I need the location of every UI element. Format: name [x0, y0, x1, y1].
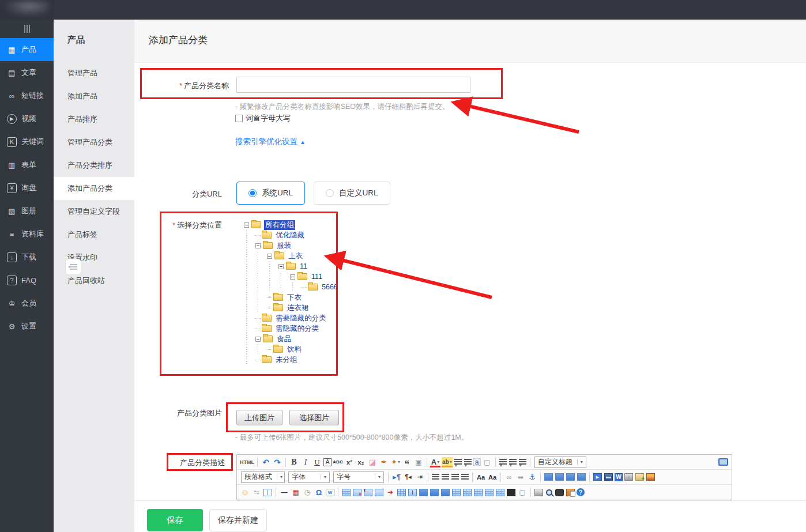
table-corner-icon[interactable] [441, 489, 450, 496]
text-direction-icon[interactable] [499, 459, 507, 465]
tree-collapse-icon[interactable] [290, 274, 295, 280]
tree-node-label[interactable]: 未分组 [274, 355, 299, 365]
table-style-brush-icon[interactable] [507, 489, 515, 496]
table-shift-icon[interactable] [430, 489, 439, 496]
sidebar-item-gallery[interactable]: ▧图册 [0, 199, 54, 222]
netdisk-upload-icon[interactable] [624, 473, 633, 481]
anchor-icon[interactable]: ⚓ [527, 472, 537, 482]
indent-ltr-icon[interactable]: ▸¶ [391, 472, 402, 482]
table-grid-icon[interactable] [474, 489, 483, 496]
tree-collapse-icon[interactable] [255, 243, 261, 248]
tree-node[interactable]: 需隐藏的分类 [244, 323, 339, 334]
insert-video-icon[interactable] [593, 473, 602, 481]
submenu-item[interactable]: 产品标签 [54, 223, 134, 246]
font-color-icon[interactable]: A [430, 457, 440, 467]
underline-icon[interactable]: U [312, 457, 322, 467]
tree-node[interactable]: 连衣裙 [244, 303, 339, 313]
strikethrough-icon[interactable]: ABC [333, 457, 343, 467]
insert-row-above-icon[interactable] [375, 489, 383, 496]
tree-node-label[interactable]: 5666 [321, 283, 339, 291]
font-box-icon[interactable]: A [323, 458, 332, 466]
sidebar-item-shortlink[interactable]: ∞短链接 [0, 84, 54, 107]
new-document-icon[interactable]: ▢ [482, 457, 492, 467]
save-button[interactable]: 保存 [147, 509, 203, 531]
redo-icon[interactable]: ↷ [272, 457, 283, 467]
sidebar-item-articles[interactable]: ▤文章 [0, 61, 54, 84]
tree-collapse-icon[interactable] [278, 264, 284, 269]
tree-collapse-icon[interactable] [244, 222, 249, 228]
align-justify-icon[interactable] [461, 474, 469, 480]
tree-node[interactable]: 食品 [244, 334, 339, 344]
anchor-name-icon[interactable]: a [473, 458, 481, 466]
tree-node-label[interactable]: 下衣 [286, 293, 303, 303]
save-and-new-button[interactable]: 保存并新建 [209, 509, 267, 531]
tree-node[interactable]: 饮料 [244, 344, 339, 354]
tree-node[interactable]: 优化隐藏 [244, 230, 339, 240]
tree-node[interactable]: 111 [244, 271, 339, 282]
insert-link-icon[interactable]: ∞ [504, 472, 514, 482]
table-rows-icon[interactable] [485, 489, 494, 496]
font-family-select[interactable]: 字体▾ [288, 471, 330, 483]
insert-table-icon[interactable] [342, 489, 351, 496]
submenu-item[interactable]: 管理产品分类 [54, 131, 134, 154]
tree-node-label[interactable]: 需要隐藏的分类 [274, 314, 327, 323]
seo-settings-link[interactable]: 搜索引擎优化设置▲ [235, 137, 306, 147]
tree-node-label[interactable]: 上衣 [287, 251, 304, 261]
remove-link-icon[interactable]: ∞ [515, 472, 526, 482]
first-line-indent-icon[interactable]: ⇥ [415, 472, 425, 482]
upload-image-button[interactable]: 上传图片 [236, 410, 283, 425]
table-header-icon[interactable] [364, 489, 372, 496]
highlight-color-icon[interactable]: ab [442, 457, 453, 467]
tree-node-label[interactable]: 连衣裙 [286, 303, 310, 313]
sidebar-item-video[interactable]: ▶视频 [0, 107, 54, 130]
clear-document-icon[interactable]: ▢ [517, 487, 528, 497]
tree-node-label[interactable]: 111 [310, 273, 323, 281]
format-brush-icon[interactable]: ✒ [379, 457, 389, 467]
submenu-item[interactable]: 产品排序 [54, 108, 134, 131]
fullscreen-icon[interactable] [718, 458, 728, 466]
word-paste-icon[interactable]: W [615, 473, 623, 481]
tree-node-label[interactable]: 服装 [276, 241, 292, 251]
table-down-icon[interactable] [463, 489, 472, 496]
image-align-right-icon[interactable] [555, 473, 564, 481]
columns-layout-icon[interactable] [263, 489, 272, 496]
tree-node[interactable]: 需要隐藏的分类 [244, 313, 339, 323]
html-source-icon[interactable]: HTML [240, 457, 254, 467]
merge-cells-icon[interactable] [419, 489, 428, 496]
italic-icon[interactable]: I [300, 457, 311, 467]
tree-collapse-icon[interactable] [267, 254, 272, 259]
submenu-item[interactable]: 添加产品分类 [54, 177, 134, 200]
special-char-icon[interactable]: Ω [314, 487, 324, 497]
eraser-icon[interactable]: ◪ [367, 457, 378, 467]
submenu-item[interactable]: 管理自定义字段 [54, 200, 134, 223]
sidebar-item-inquiry[interactable]: ¥询盘 [0, 176, 54, 199]
ordered-list-icon[interactable] [454, 459, 462, 465]
sidebar-item-keywords[interactable]: K关键词 [0, 130, 54, 153]
tree-node[interactable]: 5666 [244, 282, 339, 292]
submenu-item[interactable]: 产品分类排序 [54, 154, 134, 177]
page-break-icon[interactable]: ⇋ [251, 487, 262, 497]
custom-title-dropdown[interactable]: 自定义标题▾ [534, 456, 586, 468]
superscript-icon[interactable]: x² [344, 457, 355, 467]
sidebar-item-settings[interactable]: ⚙设置 [0, 315, 54, 338]
insert-media-icon[interactable] [604, 473, 613, 481]
table-right-icon[interactable] [452, 489, 461, 496]
tree-collapse-icon[interactable] [255, 337, 261, 342]
tree-node[interactable]: 所有分组 [244, 220, 339, 230]
preview-icon[interactable] [546, 489, 552, 496]
sidebar-item-download[interactable]: ↓下载 [0, 246, 54, 269]
sidebar-item-library[interactable]: ≡资料库 [0, 222, 54, 246]
paragraph-spacing-icon[interactable] [509, 459, 517, 465]
sidebar-item-members[interactable]: ♔会员 [0, 292, 54, 315]
help-icon[interactable]: ? [577, 488, 585, 496]
delete-table-icon[interactable] [353, 489, 361, 496]
font-size-select[interactable]: 字号▾ [333, 471, 384, 483]
paste-icon[interactable] [566, 489, 575, 496]
subscript-icon[interactable]: x₂ [356, 457, 366, 467]
tree-node-label[interactable]: 饮料 [286, 345, 303, 354]
tree-node-label[interactable]: 优化隐藏 [274, 231, 306, 240]
indent-rtl-icon[interactable]: ¶◂ [403, 472, 413, 482]
sidebar-item-forms[interactable]: ▥表单 [0, 153, 54, 176]
tree-node[interactable]: 11 [244, 261, 339, 271]
undo-icon[interactable]: ↶ [261, 457, 271, 467]
